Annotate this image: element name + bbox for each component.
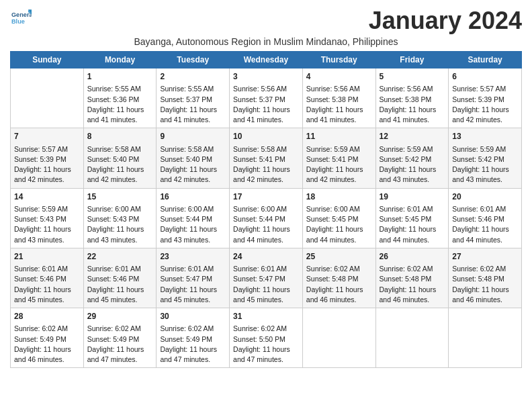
day-info: and 43 minutes. — [452, 175, 518, 185]
day-info: and 44 minutes. — [233, 235, 299, 245]
logo-icon: General Blue — [11, 7, 32, 27]
day-info: Daylight: 11 hours — [87, 224, 153, 234]
day-info: Sunset: 5:49 PM — [160, 334, 226, 345]
day-info: Sunset: 5:39 PM — [452, 95, 518, 105]
calendar-cell: 17Sunrise: 6:00 AMSunset: 5:44 PMDayligh… — [230, 188, 303, 248]
calendar-cell: 13Sunrise: 5:59 AMSunset: 5:42 PMDayligh… — [449, 128, 522, 188]
day-info: and 45 minutes. — [14, 295, 80, 305]
day-number: 5 — [380, 71, 445, 83]
day-number: 22 — [87, 251, 153, 263]
day-info: Daylight: 11 hours — [233, 224, 299, 234]
day-info: Daylight: 11 hours — [160, 105, 226, 115]
day-info: Sunrise: 6:01 AM — [160, 264, 226, 274]
calendar-cell: 22Sunrise: 6:01 AMSunset: 5:46 PMDayligh… — [83, 248, 157, 308]
day-info: Sunrise: 5:55 AM — [160, 84, 226, 94]
calendar-cell: 9Sunrise: 5:58 AMSunset: 5:40 PMDaylight… — [157, 128, 230, 188]
calendar-subtitle: Bayanga, Autonomous Region in Muslim Min… — [10, 36, 522, 47]
day-info: Sunset: 5:39 PM — [14, 154, 80, 165]
calendar-cell: 31Sunrise: 6:02 AMSunset: 5:50 PMDayligh… — [230, 308, 303, 368]
day-info: and 41 minutes. — [160, 115, 226, 125]
day-info: Sunrise: 6:02 AM — [160, 324, 226, 334]
day-info: Daylight: 11 hours — [87, 105, 153, 115]
day-info: Sunrise: 6:02 AM — [306, 264, 372, 274]
day-info: Daylight: 11 hours — [87, 345, 153, 355]
day-info: Daylight: 11 hours — [14, 285, 80, 295]
day-info: and 41 minutes. — [380, 115, 445, 125]
day-info: Daylight: 11 hours — [306, 105, 372, 115]
calendar-cell: 16Sunrise: 6:00 AMSunset: 5:44 PMDayligh… — [157, 188, 230, 248]
day-info: Sunset: 5:46 PM — [14, 274, 80, 284]
day-number: 28 — [14, 311, 80, 322]
day-info: and 45 minutes. — [160, 295, 226, 305]
day-info: and 43 minutes. — [87, 235, 153, 245]
day-info: Sunset: 5:50 PM — [233, 334, 299, 345]
day-number: 6 — [452, 71, 518, 83]
day-number: 7 — [14, 131, 80, 142]
day-info: and 42 minutes. — [14, 175, 80, 185]
day-info: and 42 minutes. — [452, 115, 518, 125]
day-info: Daylight: 11 hours — [380, 285, 445, 295]
day-number: 2 — [160, 71, 226, 83]
day-number: 30 — [160, 311, 226, 322]
day-info: Sunset: 5:42 PM — [380, 154, 445, 165]
day-info: Daylight: 11 hours — [14, 224, 80, 234]
calendar-cell: 6Sunrise: 5:57 AMSunset: 5:39 PMDaylight… — [449, 68, 522, 128]
day-info: Sunset: 5:49 PM — [14, 334, 80, 345]
day-info: and 46 minutes. — [306, 295, 372, 305]
calendar-header: SundayMondayTuesdayWednesdayThursdayFrid… — [11, 52, 522, 68]
day-number: 24 — [233, 251, 299, 263]
calendar-cell: 10Sunrise: 5:58 AMSunset: 5:41 PMDayligh… — [230, 128, 303, 188]
day-info: Sunset: 5:40 PM — [160, 154, 226, 165]
day-info: Daylight: 11 hours — [160, 285, 226, 295]
day-info: Sunset: 5:48 PM — [380, 274, 445, 284]
day-number: 12 — [380, 131, 445, 142]
day-info: Sunset: 5:42 PM — [452, 154, 518, 165]
day-info: Daylight: 11 hours — [306, 224, 372, 234]
day-info: Sunrise: 5:58 AM — [160, 144, 226, 154]
day-number: 18 — [306, 191, 372, 203]
day-info: Sunrise: 5:57 AM — [452, 84, 518, 94]
day-info: Sunset: 5:47 PM — [233, 274, 299, 284]
calendar-week-3: 14Sunrise: 5:59 AMSunset: 5:43 PMDayligh… — [11, 188, 522, 248]
day-info: Sunrise: 6:01 AM — [452, 204, 518, 214]
day-info: Sunset: 5:38 PM — [306, 95, 372, 105]
day-info: Sunrise: 6:01 AM — [14, 264, 80, 274]
day-info: Sunset: 5:36 PM — [87, 95, 153, 105]
day-info: Sunset: 5:43 PM — [87, 214, 153, 224]
day-info: and 41 minutes. — [233, 115, 299, 125]
day-info: Sunset: 5:44 PM — [160, 214, 226, 224]
day-number: 23 — [160, 251, 226, 263]
day-info: Sunset: 5:37 PM — [160, 95, 226, 105]
day-info: Sunrise: 5:59 AM — [14, 204, 80, 214]
calendar-cell: 3Sunrise: 5:56 AMSunset: 5:37 PMDaylight… — [230, 68, 303, 128]
day-number: 21 — [14, 251, 80, 263]
day-number: 31 — [233, 311, 299, 322]
day-info: and 45 minutes. — [233, 295, 299, 305]
day-info: and 44 minutes. — [380, 235, 445, 245]
calendar-cell: 12Sunrise: 5:59 AMSunset: 5:42 PMDayligh… — [375, 128, 449, 188]
day-info: and 46 minutes. — [452, 295, 518, 305]
day-info: Daylight: 11 hours — [380, 224, 445, 234]
day-info: Daylight: 11 hours — [233, 345, 299, 355]
day-info: Sunrise: 6:01 AM — [87, 264, 153, 274]
day-number: 20 — [452, 191, 518, 203]
day-info: and 46 minutes. — [14, 355, 80, 365]
day-info: and 42 minutes. — [160, 175, 226, 185]
calendar-cell: 15Sunrise: 6:00 AMSunset: 5:43 PMDayligh… — [83, 188, 157, 248]
calendar-cell: 29Sunrise: 6:02 AMSunset: 5:49 PMDayligh… — [83, 308, 157, 368]
day-info: and 44 minutes. — [306, 235, 372, 245]
day-info: and 42 minutes. — [233, 175, 299, 185]
day-number: 16 — [160, 191, 226, 203]
day-number: 19 — [380, 191, 445, 203]
calendar-cell: 25Sunrise: 6:02 AMSunset: 5:48 PMDayligh… — [302, 248, 375, 308]
day-info: Daylight: 11 hours — [160, 345, 226, 355]
day-info: Sunrise: 5:56 AM — [306, 84, 372, 94]
day-info: and 43 minutes. — [380, 175, 445, 185]
calendar-cell — [375, 308, 449, 368]
day-header-wednesday: Wednesday — [230, 52, 303, 68]
calendar-week-2: 7Sunrise: 5:57 AMSunset: 5:39 PMDaylight… — [11, 128, 522, 188]
day-number: 14 — [14, 191, 80, 203]
day-info: Sunset: 5:46 PM — [452, 214, 518, 224]
calendar-cell: 26Sunrise: 6:02 AMSunset: 5:48 PMDayligh… — [375, 248, 449, 308]
day-info: Sunrise: 6:02 AM — [233, 324, 299, 334]
